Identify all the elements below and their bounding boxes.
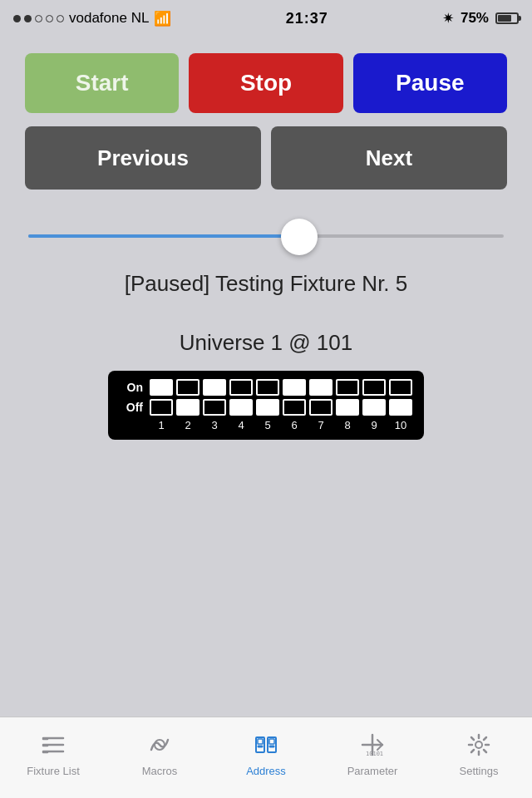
slider-container xyxy=(25,206,507,246)
dip-num-8: 8 xyxy=(336,419,359,431)
dip-10-off[interactable] xyxy=(389,399,412,416)
dip-7-off[interactable] xyxy=(309,399,332,416)
fixture-list-icon xyxy=(38,730,68,760)
stop-button[interactable]: Stop xyxy=(189,53,342,113)
dip-num-5: 5 xyxy=(256,419,279,431)
dip-on-row: On xyxy=(120,379,412,396)
dip-2-on[interactable] xyxy=(176,379,200,396)
settings-label: Settings xyxy=(460,765,499,777)
parameter-label: Parameter xyxy=(347,765,398,777)
dip-num-10: 10 xyxy=(389,419,412,431)
status-text: [Paused] Testing Fixture Nr. 5 xyxy=(25,271,507,297)
battery-indicator xyxy=(495,12,519,24)
dip-num-4: 4 xyxy=(229,419,253,431)
signal-dot-5 xyxy=(57,15,64,22)
slider-fill xyxy=(28,234,299,238)
dip-off-row: Off xyxy=(120,399,412,416)
tab-address[interactable]: Address xyxy=(213,730,319,777)
address-icon xyxy=(251,730,281,760)
battery-fill xyxy=(498,15,512,22)
svg-text:10101: 10101 xyxy=(366,751,383,757)
dip-num-3: 3 xyxy=(203,419,226,431)
dip-num-1: 1 xyxy=(150,419,173,431)
dip-5-off[interactable] xyxy=(256,399,279,416)
dip-num-2: 2 xyxy=(176,419,200,431)
dip-numbers-row: 1 2 3 4 5 6 7 8 9 10 xyxy=(120,419,412,431)
tab-parameter[interactable]: 10101 Parameter xyxy=(319,730,426,777)
dip-2-off[interactable] xyxy=(176,399,200,416)
address-label: Address xyxy=(246,765,286,777)
dip-10-on[interactable] xyxy=(389,379,412,396)
dip-6-on[interactable] xyxy=(283,379,306,396)
next-button[interactable]: Next xyxy=(271,126,507,190)
dip-switch-container: On Off xyxy=(25,371,507,440)
dip-4-off[interactable] xyxy=(229,399,253,416)
dip-6-off[interactable] xyxy=(283,399,306,416)
svg-rect-12 xyxy=(269,746,274,747)
dip-5-on[interactable] xyxy=(256,379,279,396)
signal-dot-2 xyxy=(24,15,32,22)
dip-8-on[interactable] xyxy=(336,379,359,396)
dip-3-off[interactable] xyxy=(203,399,226,416)
svg-rect-8 xyxy=(258,739,263,744)
battery-percent: 75% xyxy=(461,10,489,27)
dip-9-off[interactable] xyxy=(362,399,386,416)
bluetooth-icon: ✴ xyxy=(442,10,454,27)
dip-num-7: 7 xyxy=(309,419,332,431)
dip-3-on[interactable] xyxy=(203,379,226,396)
dip-9-on[interactable] xyxy=(362,379,386,396)
parameter-icon: 10101 xyxy=(357,730,387,760)
signal-dots xyxy=(13,15,64,22)
control-buttons-row: Start Stop Pause xyxy=(25,53,507,113)
wifi-icon: 📶 xyxy=(154,10,171,27)
slider-track xyxy=(28,234,504,238)
tab-bar: Fixture List Macros Address xyxy=(0,717,532,798)
pause-button[interactable]: Pause xyxy=(353,53,507,113)
start-button[interactable]: Start xyxy=(25,53,179,113)
dip-switch: On Off xyxy=(108,371,424,440)
dip-4-on[interactable] xyxy=(229,379,253,396)
dip-1-off[interactable] xyxy=(150,399,173,416)
status-bar: vodafone NL 📶 21:37 ✴ 75% xyxy=(0,0,532,37)
dip-8-off[interactable] xyxy=(336,399,359,416)
main-content: Start Stop Pause Previous Next [Paused] … xyxy=(0,37,532,481)
dip-num-6: 6 xyxy=(283,419,306,431)
tab-fixture-list[interactable]: Fixture List xyxy=(0,730,106,777)
macros-icon xyxy=(145,730,175,760)
fixture-list-label: Fixture List xyxy=(27,765,80,777)
status-time: 21:37 xyxy=(286,10,328,27)
universe-label: Universe 1 @ 101 xyxy=(25,330,507,356)
svg-rect-11 xyxy=(269,739,274,744)
dip-7-on[interactable] xyxy=(309,379,332,396)
slider-thumb[interactable] xyxy=(281,219,318,255)
tab-settings[interactable]: Settings xyxy=(426,730,532,777)
battery-icon xyxy=(495,12,519,24)
dip-on-label: On xyxy=(120,381,143,394)
settings-icon xyxy=(464,730,494,760)
dip-num-9: 9 xyxy=(362,419,386,431)
macros-label: Macros xyxy=(142,765,178,777)
previous-button[interactable]: Previous xyxy=(25,126,261,190)
nav-buttons-row: Previous Next xyxy=(25,126,507,190)
svg-point-18 xyxy=(475,741,482,748)
status-bar-right: ✴ 75% xyxy=(442,10,519,27)
signal-dot-3 xyxy=(35,15,42,22)
dip-1-on[interactable] xyxy=(150,379,173,396)
tab-macros[interactable]: Macros xyxy=(106,730,213,777)
signal-dot-4 xyxy=(46,15,53,22)
carrier-name: vodafone NL xyxy=(69,10,149,27)
status-bar-left: vodafone NL 📶 xyxy=(13,10,171,27)
svg-rect-9 xyxy=(258,746,263,747)
signal-dot-1 xyxy=(13,15,21,22)
dip-off-label: Off xyxy=(120,401,143,414)
